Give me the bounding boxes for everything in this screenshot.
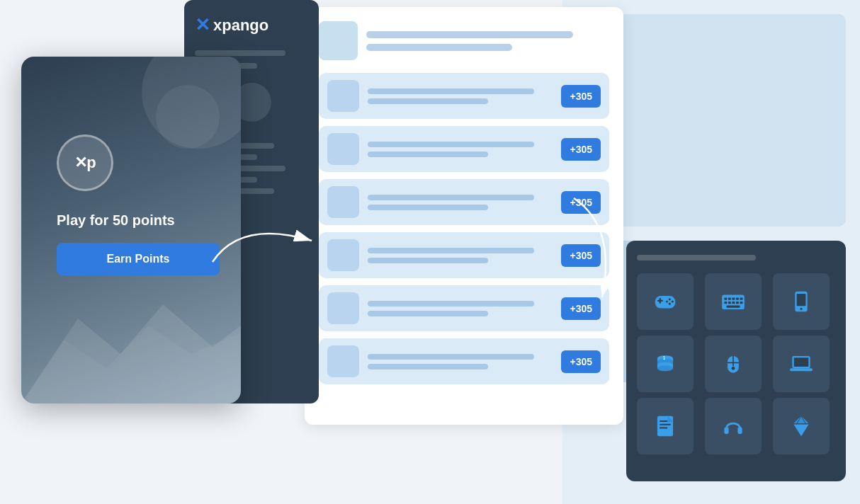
icon-cell-document[interactable] (637, 398, 694, 454)
list-header (319, 21, 609, 60)
icon-cell-mobile[interactable] (773, 273, 830, 330)
list-content-1 (368, 88, 553, 104)
icon-cell-gamepad[interactable] (637, 273, 694, 330)
dark-line-1 (195, 50, 285, 56)
list-thumb-6 (327, 345, 359, 377)
phone-bg: ✕p Play for 50 points Earn Points (21, 57, 241, 403)
list-line-2a (368, 142, 534, 147)
list-panel: +305 +305 +305 +305 +305 (305, 7, 623, 425)
list-header-line-short (366, 44, 512, 51)
list-line-5b (368, 311, 488, 316)
keyboard-icon (720, 288, 747, 315)
mouse-icon (720, 350, 747, 377)
svg-rect-42 (660, 428, 667, 429)
icon-cell-diamond[interactable] (773, 398, 830, 454)
svg-rect-22 (797, 294, 806, 306)
icon-cell-mouse[interactable] (705, 336, 762, 392)
list-item-6[interactable]: +305 (319, 338, 609, 384)
svg-point-6 (672, 300, 674, 302)
svg-rect-10 (724, 297, 727, 299)
list-header-line-long (366, 31, 573, 38)
svg-marker-48 (793, 416, 809, 424)
list-thumb-2 (327, 133, 359, 165)
svg-rect-20 (727, 306, 740, 308)
svg-point-5 (669, 298, 671, 300)
xpango-x-icon: ✕ (195, 14, 210, 36)
list-thumb-5 (327, 292, 359, 324)
svg-point-23 (800, 308, 802, 310)
svg-rect-14 (740, 297, 743, 299)
points-badge-4: +305 (561, 244, 601, 267)
phone-content: ✕p Play for 50 points Earn Points (21, 57, 241, 403)
svg-rect-41 (660, 424, 671, 425)
icon-cell-keyboard[interactable] (705, 273, 762, 330)
list-line-4a (368, 248, 534, 253)
list-line-6b (368, 364, 488, 370)
svg-rect-13 (736, 297, 739, 299)
icon-grid-panel: 1 (626, 241, 846, 481)
list-line-4b (368, 258, 488, 263)
list-line-3b (368, 205, 488, 210)
list-item-2[interactable]: +305 (319, 126, 609, 172)
svg-rect-45 (724, 428, 728, 435)
svg-rect-46 (737, 428, 742, 435)
list-header-lines (366, 31, 609, 51)
svg-rect-15 (724, 302, 727, 304)
list-item-5[interactable]: +305 (319, 285, 609, 331)
list-line-3a (368, 195, 534, 200)
list-content-6 (368, 354, 553, 370)
icon-grid: 1 (637, 273, 835, 454)
mobile-icon (788, 288, 815, 315)
gamepad-icon (652, 288, 679, 315)
laptop-icon (788, 350, 815, 377)
icon-cell-laptop[interactable] (773, 336, 830, 392)
points-badge-3: +305 (561, 191, 601, 214)
points-badge-1: +305 (561, 85, 601, 108)
diamond-icon (788, 413, 815, 440)
headphones-icon (720, 413, 747, 440)
icon-cell-headphones[interactable] (705, 398, 762, 454)
list-content-2 (368, 142, 553, 157)
list-line-2b (368, 151, 488, 157)
xpango-name: xpango (213, 16, 268, 35)
database-icon: 1 (652, 350, 679, 377)
icon-grid-header-line (637, 255, 756, 260)
svg-point-8 (666, 300, 668, 302)
list-item-1[interactable]: +305 (319, 73, 609, 119)
points-badge-6: +305 (561, 350, 601, 373)
svg-rect-37 (794, 357, 809, 367)
svg-rect-17 (732, 302, 735, 304)
svg-rect-38 (790, 368, 813, 371)
svg-rect-4 (660, 298, 661, 304)
list-line-1b (368, 98, 488, 104)
list-line-1a (368, 88, 534, 94)
phone-card: ✕p Play for 50 points Earn Points (21, 57, 241, 403)
svg-rect-39 (657, 416, 673, 437)
xp-logo-text: ✕p (74, 154, 95, 172)
svg-point-30 (657, 365, 673, 371)
svg-text:1: 1 (663, 355, 666, 360)
list-thumb-1 (327, 80, 359, 112)
svg-rect-12 (732, 297, 735, 299)
svg-rect-11 (728, 297, 731, 299)
svg-point-35 (732, 367, 735, 370)
svg-rect-18 (736, 302, 739, 304)
icon-cell-database[interactable]: 1 (637, 336, 694, 392)
list-thumb-3 (327, 186, 359, 218)
list-content-4 (368, 248, 553, 263)
list-thumb-4 (327, 239, 359, 271)
list-content-3 (368, 195, 553, 210)
list-item-4[interactable]: +305 (319, 232, 609, 278)
xpango-logo: ✕ xpango (195, 14, 308, 36)
points-badge-5: +305 (561, 297, 601, 320)
earn-points-button[interactable]: Earn Points (57, 243, 220, 275)
points-badge-2: +305 (561, 138, 601, 161)
svg-point-7 (669, 303, 671, 305)
svg-rect-16 (728, 302, 731, 304)
list-item-3[interactable]: +305 (319, 179, 609, 225)
list-content-5 (368, 301, 553, 316)
list-line-5a (368, 301, 534, 307)
list-header-icon (319, 21, 358, 60)
xp-logo-circle: ✕p (57, 134, 113, 191)
document-icon (652, 413, 679, 440)
